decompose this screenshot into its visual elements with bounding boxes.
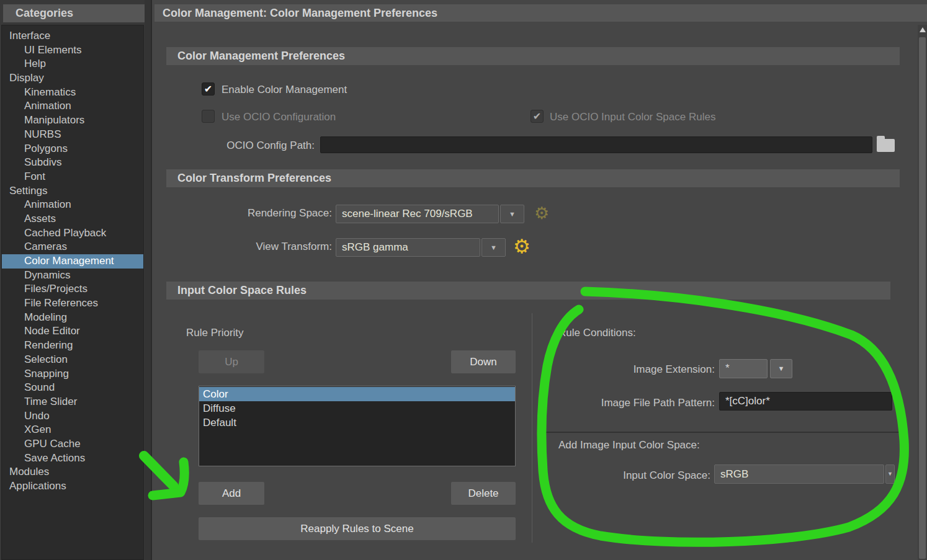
input-color-space-dropdown-arrow[interactable]: ▼	[885, 464, 895, 484]
image-file-path-pattern-input[interactable]	[719, 392, 892, 411]
rule-item-default[interactable]: Default	[199, 416, 515, 430]
page-title: Color Management: Color Management Prefe…	[154, 4, 927, 22]
reapply-rules-button[interactable]: Reapply Rules to Scene	[199, 517, 516, 540]
sidebar-item-animation[interactable]: Animation	[2, 198, 143, 212]
sidebar-item-interface[interactable]: Interface	[2, 29, 143, 43]
rendering-space-select[interactable]: scene-linear Rec 709/sRGB	[336, 205, 499, 223]
sidebar-item-xgen[interactable]: XGen	[2, 423, 143, 437]
sidebar-item-sound[interactable]: Sound	[2, 381, 143, 395]
chevron-down-icon: ▼	[509, 210, 516, 218]
use-ocio-configuration-label: Use OCIO Configuration	[222, 111, 336, 123]
section-header-input-color-space-rules: Input Color Space Rules	[166, 282, 890, 300]
rendering-space-settings-gear-icon[interactable]: ⚙	[534, 205, 549, 222]
sidebar-item-snapping[interactable]: Snapping	[2, 367, 143, 381]
sidebar-item-help[interactable]: Help	[2, 57, 143, 71]
enable-color-management-label: Enable Color Management	[222, 84, 347, 96]
section-header-color-management-preferences: Color Management Preferences	[166, 47, 900, 65]
sidebar-item-kinematics[interactable]: Kinematics	[2, 86, 143, 100]
sidebar-item-font[interactable]: Font	[2, 170, 143, 184]
chevron-down-icon: ▼	[490, 244, 497, 251]
image-extension-dropdown-arrow[interactable]: ▼	[770, 359, 792, 378]
checkmark-icon: ✔	[531, 110, 543, 122]
folder-browse-icon[interactable]	[877, 139, 895, 152]
down-button[interactable]: Down	[451, 350, 516, 373]
ocio-config-path-label: OCIO Config Path:	[197, 140, 315, 152]
vertical-scrollbar[interactable]	[918, 25, 927, 560]
rule-item-color[interactable]: Color	[199, 387, 515, 401]
sidebar-item-cameras[interactable]: Cameras	[2, 240, 143, 254]
sidebar-item-settings[interactable]: Settings	[2, 184, 143, 198]
sidebar-item-applications[interactable]: Applications	[2, 479, 143, 494]
sidebar-item-file-references[interactable]: File References	[2, 296, 143, 311]
scrollbar-thumb[interactable]	[919, 37, 926, 559]
sidebar-title: Categories	[3, 4, 145, 22]
sidebar-item-files-projects[interactable]: Files/Projects	[2, 282, 143, 296]
sidebar-item-undo[interactable]: Undo	[2, 409, 143, 424]
sidebar-item-nurbs[interactable]: NURBS	[2, 128, 143, 142]
preferences-window: Categories InterfaceUI ElementsHelpDispl…	[0, 0, 927, 560]
chevron-down-icon: ▼	[778, 365, 785, 372]
scroll-up-arrow-icon[interactable]	[920, 27, 926, 32]
horizontal-divider	[543, 432, 903, 433]
sidebar-item-selection[interactable]: Selection	[2, 353, 143, 367]
checkmark-icon: ✔	[202, 83, 214, 95]
sidebar-item-time-slider[interactable]: Time Slider	[2, 395, 143, 409]
add-button[interactable]: Add	[199, 482, 264, 505]
input-color-space-select[interactable]: sRGB	[714, 464, 884, 484]
sidebar-item-node-editor[interactable]: Node Editor	[2, 324, 143, 339]
image-extension-select[interactable]: *	[719, 359, 768, 378]
sidebar-item-subdivs[interactable]: Subdivs	[2, 156, 143, 170]
view-transform-label: View Transform:	[214, 241, 332, 253]
rendering-space-dropdown-arrow[interactable]: ▼	[500, 205, 524, 223]
use-ocio-configuration-checkbox[interactable]: ✔	[202, 110, 215, 123]
sidebar-item-cached-playback[interactable]: Cached Playback	[2, 226, 143, 241]
delete-button[interactable]: Delete	[451, 482, 516, 505]
image-file-path-pattern-label: Image File Path Pattern:	[572, 397, 715, 409]
up-button[interactable]: Up	[199, 350, 264, 373]
sidebar-item-modules[interactable]: Modules	[2, 465, 143, 479]
add-image-input-color-space-label: Add Image Input Color Space:	[558, 439, 700, 451]
sidebar-item-polygons[interactable]: Polygons	[2, 142, 143, 156]
rule-item-diffuse[interactable]: Diffuse	[199, 401, 515, 416]
sidebar-item-display[interactable]: Display	[2, 71, 143, 86]
sidebar-item-gpu-cache[interactable]: GPU Cache	[2, 437, 143, 451]
sidebar-item-ui-elements[interactable]: UI Elements	[2, 43, 143, 58]
sidebar-item-dynamics[interactable]: Dynamics	[2, 269, 143, 283]
enable-color-management-checkbox[interactable]: ✔	[202, 82, 215, 96]
sidebar-item-manipulators[interactable]: Manipulators	[2, 113, 143, 128]
view-transform-settings-gear-icon[interactable]: ⚙	[513, 237, 531, 256]
sidebar-item-save-actions[interactable]: Save Actions	[2, 451, 143, 466]
input-color-space-label: Input Color Space:	[593, 469, 710, 482]
rule-conditions-label: Rule Conditions:	[558, 327, 636, 339]
image-extension-label: Image Extension:	[597, 363, 715, 376]
annotation-arrow-head	[153, 462, 184, 496]
rendering-space-label: Rendering Space:	[214, 207, 332, 220]
view-transform-select[interactable]: sRGB gamma	[336, 238, 480, 257]
use-ocio-input-rules-label: Use OCIO Input Color Space Rules	[550, 111, 715, 123]
ocio-config-path-input[interactable]	[320, 136, 872, 153]
use-ocio-input-rules-checkbox[interactable]: ✔	[531, 110, 544, 123]
categories-list[interactable]: InterfaceUI ElementsHelpDisplayKinematic…	[1, 25, 144, 560]
chevron-down-icon: ▼	[887, 471, 893, 477]
sidebar-item-modeling[interactable]: Modeling	[2, 311, 143, 325]
sidebar-item-animation[interactable]: Animation	[2, 99, 143, 113]
rule-priority-list[interactable]: ColorDiffuseDefault	[199, 386, 516, 466]
panel-divider	[145, 0, 152, 560]
column-divider	[532, 313, 532, 543]
rule-priority-label: Rule Priority	[186, 327, 244, 339]
sidebar-item-rendering[interactable]: Rendering	[2, 339, 143, 353]
sidebar-item-assets[interactable]: Assets	[2, 212, 143, 226]
sidebar-item-color-management[interactable]: Color Management	[2, 254, 143, 269]
section-header-color-transform-preferences: Color Transform Preferences	[166, 169, 900, 187]
view-transform-dropdown-arrow[interactable]: ▼	[481, 238, 506, 257]
